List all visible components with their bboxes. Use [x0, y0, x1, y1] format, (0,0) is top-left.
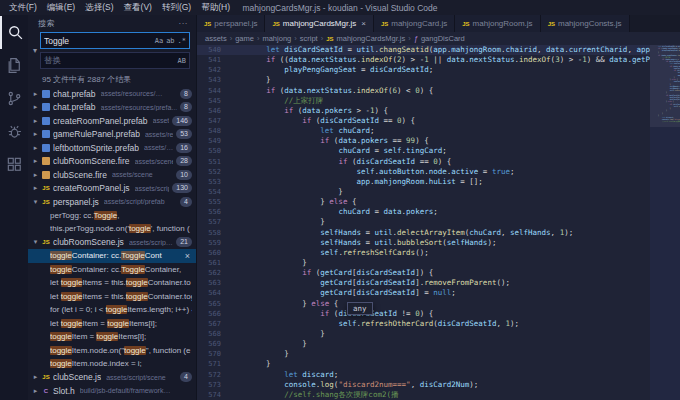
search-match[interactable]: toggleItem.node.index = i; — [28, 357, 196, 371]
menu-item-4[interactable]: 转到(G) — [157, 2, 196, 14]
chevron-right-icon[interactable]: ▸ — [32, 171, 39, 179]
code-line[interactable]: 574 //self.shang各次摸牌com2(播 — [197, 390, 650, 400]
code-line[interactable]: 561 } — [197, 258, 650, 268]
code-line[interactable]: 550 chuCard = self.tingCard; — [197, 146, 650, 156]
menu-item-0[interactable]: 文件(F) — [4, 2, 42, 14]
whole-word-icon[interactable]: ab — [166, 37, 174, 45]
code-line[interactable]: 573 console.log("discard2num===", disCar… — [197, 380, 650, 390]
breadcrumb-item[interactable]: gangDisCard — [421, 34, 465, 43]
search-result-file[interactable]: ▸gameRulePanel.prefabassets/res…53 — [28, 128, 196, 142]
code-line[interactable]: 562 if (getCard[disCardSeatId]) { — [197, 268, 650, 278]
search-result-file[interactable]: ▸clubScene.fireassets/scene10 — [28, 168, 196, 182]
search-match[interactable]: perTogg: cc.Toggle, — [28, 209, 196, 223]
tab-perspanel.js[interactable]: JSperspanel.js — [197, 15, 265, 32]
menu-item-3[interactable]: 查看(V) — [119, 2, 157, 14]
replace-placeholder[interactable]: 替换 — [44, 55, 178, 67]
code-line[interactable]: 571 } — [197, 359, 650, 369]
replace-input[interactable]: 替换 AB — [40, 52, 190, 69]
code-line[interactable]: 565 } else { — [197, 299, 650, 309]
code-line[interactable]: 559 selfHands = util.bubbleSort(selfHand… — [197, 238, 650, 248]
dismiss-icon[interactable]: × — [183, 251, 192, 261]
code-line[interactable]: 547 if (disCardSeatId == 0) { — [197, 116, 650, 126]
chevron-right-icon[interactable]: ▸ — [32, 117, 39, 125]
chevron-down-icon[interactable]: ▾ — [32, 238, 39, 246]
code-line[interactable]: 546 if (data.pokers > -1) { — [197, 106, 650, 116]
extensions-icon[interactable] — [0, 148, 28, 181]
breadcrumb-item[interactable]: game — [235, 34, 254, 43]
code-line[interactable]: 548 let chuCard; — [197, 126, 650, 136]
code-line[interactable]: 549 if (data.pokers == 99) { — [197, 136, 650, 146]
search-match[interactable]: let toggleItem = toggleItems[i]; — [28, 317, 196, 331]
search-match[interactable]: this.perTogg.node.on('toggle', function … — [28, 222, 196, 236]
search-result-file[interactable]: ▸JScreateRoomPanel.jsassets/script…130 — [28, 182, 196, 196]
search-match[interactable]: for (let i = 0; i < toggleItems.length; … — [28, 303, 196, 317]
chevron-right-icon[interactable]: ▸ — [32, 184, 39, 192]
tab-mahjongRoom.js[interactable]: JSmahjongRoom.js — [455, 15, 540, 32]
search-query[interactable]: Toggle — [44, 36, 155, 46]
search-result-file[interactable]: ▸chat.prefabassets/resources/prefa…8 — [28, 101, 196, 115]
tab-mahjongCardsMgr.js[interactable]: JSmahjongCardsMgr.js× — [265, 15, 373, 32]
code-line[interactable]: 569 } — [197, 339, 650, 349]
chevron-right-icon[interactable]: ▸ — [32, 130, 39, 138]
search-result-file[interactable]: ▸createRoomPanel.prefabassets/…146 — [28, 114, 196, 128]
code-line[interactable]: 564 getCard[disCardSeatId] = null; — [197, 288, 650, 298]
code-line[interactable]: 544 if (data.nextStatus.indexOf(6) < 0) … — [197, 86, 650, 96]
menu-item-1[interactable]: 编辑(E) — [42, 2, 80, 14]
code-line[interactable]: 555 } else { — [197, 197, 650, 207]
chevron-down-icon[interactable]: ▾ — [32, 198, 39, 206]
search-input[interactable]: Toggle Aa ab .* — [40, 32, 190, 49]
chevron-right-icon[interactable]: ▸ — [32, 373, 39, 381]
code-area[interactable]: 540 let disCardSeatId = util.changSeatid… — [197, 45, 650, 400]
chevron-right-icon[interactable]: ▸ — [32, 90, 39, 98]
search-result-file[interactable]: ▸chat.prefabassets/resources/…8 — [28, 87, 196, 101]
code-line[interactable]: 541 if ((data.nextStatus.indexOf(2) > -1… — [197, 55, 650, 65]
search-match[interactable]: toggleItem = toggleItems[i]; — [28, 330, 196, 344]
source-control-icon[interactable] — [0, 82, 28, 115]
code-line[interactable]: 543 } — [197, 75, 650, 85]
more-actions-icon[interactable]: ··· — [179, 19, 189, 28]
code-line[interactable]: 558 selfHands = util.delectArrayItem(chu… — [197, 228, 650, 238]
match-case-icon[interactable]: Aa — [155, 37, 163, 45]
code-line[interactable]: 545 //上家打牌 — [197, 96, 650, 106]
debug-icon[interactable] — [0, 115, 28, 148]
search-match[interactable]: toggleContainer: cc.ToggleCont× — [28, 249, 196, 263]
toggle-replace-icon[interactable]: ▾ — [30, 32, 40, 69]
breadcrumb-item[interactable]: assets — [205, 34, 227, 43]
search-result-file[interactable]: ▸JSclubScene.jsassets/script/scene4 — [28, 371, 196, 385]
tab-mahjongCard.js[interactable]: JSmahjongCard.js — [374, 15, 455, 32]
preserve-case-icon[interactable]: AB — [178, 57, 186, 65]
code-line[interactable]: 557 } — [197, 217, 650, 227]
chevron-right-icon[interactable]: ▸ — [32, 387, 39, 395]
code-line[interactable]: 552 self.autoButton.node.active = true; — [197, 167, 650, 177]
breadcrumb-item[interactable]: mahjong — [262, 34, 291, 43]
search-icon[interactable] — [0, 16, 28, 49]
menu-item-5[interactable]: 帮助(H) — [196, 2, 235, 14]
close-icon[interactable]: × — [361, 19, 366, 28]
code-line[interactable]: 572 let discard; — [197, 370, 650, 380]
chevron-right-icon[interactable]: ▸ — [32, 144, 39, 152]
code-line[interactable]: 570 } — [197, 349, 650, 359]
search-match[interactable]: toggleContainer: cc.ToggleContainer, — [28, 263, 196, 277]
code-line[interactable]: 563 getCard[disCardSeatId].removeFromPar… — [197, 278, 650, 288]
explorer-icon[interactable] — [0, 49, 28, 82]
chevron-right-icon[interactable]: ▸ — [32, 103, 39, 111]
code-line[interactable]: 554 } — [197, 187, 650, 197]
code-line[interactable]: 568 } — [197, 329, 650, 339]
editor[interactable]: 540 let disCardSeatId = util.changSeatid… — [197, 45, 680, 400]
tab-mahjongConsts.js[interactable]: JSmahjongConsts.js — [541, 15, 630, 32]
search-match[interactable]: let toggleItems = this.toggleContainer.t… — [28, 290, 196, 304]
search-result-file[interactable]: ▾JSperspanel.jsassets/script/prefab4 — [28, 195, 196, 209]
breadcrumb-item[interactable]: script — [300, 34, 318, 43]
code-line[interactable]: 540 let disCardSeatId = util.changSeatid… — [197, 45, 650, 55]
search-result-file[interactable]: ▸clubRoomScene.fireassets/scene28 — [28, 155, 196, 169]
search-match[interactable]: toggleItem.node.on("toggle", function (e — [28, 344, 196, 358]
menu-item-2[interactable]: 选择(S) — [80, 2, 118, 14]
code-line[interactable]: 560 self.refreshSelfCards(); — [197, 248, 650, 258]
search-result-file[interactable]: ▾JSclubRoomScene.jsassets/scrip…21 — [28, 236, 196, 250]
search-result-file[interactable]: ▸leftbottomSprite.prefabassets/…16 — [28, 141, 196, 155]
search-result-file[interactable]: ▸CSlot.hbuild/jsb-default/framework… — [28, 384, 196, 398]
code-line[interactable]: 566 if (disCardSeatId != 0) { — [197, 309, 650, 319]
code-line[interactable]: 567 self.refreshOtherCard(disCardSeatId,… — [197, 319, 650, 329]
minimap[interactable]: let disCardSeatId = util.changSeatid(app… — [650, 45, 680, 400]
breadcrumb-item[interactable]: mahjongCardsMgr.js — [337, 34, 406, 43]
